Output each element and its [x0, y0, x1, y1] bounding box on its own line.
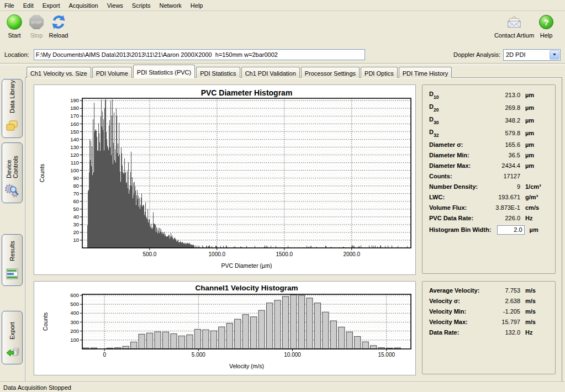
svg-text:10: 10 [73, 237, 79, 243]
svg-text:150: 150 [70, 129, 79, 135]
svg-text:60: 60 [73, 198, 79, 204]
separator [0, 63, 565, 65]
velocity-histogram-chart: 10020030040050060005.00010.00015.000Chan… [34, 281, 416, 375]
contact-artium-label: Contact Artium [494, 32, 534, 39]
stat-unit: cm/s [525, 204, 551, 211]
tab-pdi-time-history[interactable]: PDI Time History [399, 67, 452, 78]
stat-label: PVC Data Rate: [429, 215, 480, 221]
status-bar: Data Acquisition Stopped [0, 382, 565, 392]
location-input[interactable] [34, 49, 365, 60]
menu-item-file[interactable]: File [0, 1, 19, 10]
doppler-analysis-label: Doppler Analysis: [453, 51, 500, 58]
tab-pdi-volume[interactable]: PDI Volume [92, 67, 132, 78]
stat-label: D30 [429, 116, 480, 124]
menu-item-scripts[interactable]: Scripts [128, 1, 155, 10]
stat-unit: m/s [525, 298, 551, 304]
svg-text:170: 170 [70, 113, 79, 119]
help-button-label: Help [540, 32, 553, 39]
svg-text:50: 50 [73, 206, 79, 212]
stat-unit: µm [525, 117, 551, 124]
stat-row: Velocity σ:2.638m/s [423, 295, 555, 306]
svg-text:160: 160 [70, 121, 79, 127]
svg-text:5.000: 5.000 [192, 352, 205, 358]
stat-value: 7.753 [480, 287, 520, 294]
svg-text:130: 130 [70, 144, 79, 150]
menu-item-acquisition[interactable]: Acquisition [65, 1, 103, 10]
svg-text:1000.0: 1000.0 [209, 251, 226, 257]
stat-value: 15.797 [480, 319, 520, 325]
stat-row: Diameter Min:36.5µm [423, 150, 555, 160]
reload-button[interactable]: Reload [47, 11, 70, 46]
doppler-analysis-select[interactable]: 2D PDI [503, 49, 561, 61]
stat-label: D10 [429, 91, 480, 99]
svg-text:500.0: 500.0 [142, 251, 156, 257]
pvc-statistics-panel: D10213.0µmD20269.8µmD30348.2µmD32579.8µm… [422, 84, 556, 274]
pvc-diameter-histogram-chart: 1020304050607080901001101201301401501601… [34, 84, 416, 275]
stat-unit: µm [525, 130, 551, 136]
stat-value: 165.6 [480, 141, 520, 148]
stop-button[interactable]: STOP Stop [25, 11, 47, 46]
svg-text:400: 400 [70, 310, 79, 316]
stat-unit: µm [525, 92, 551, 98]
sidebar-item-data-library[interactable]: Data Library [2, 79, 23, 138]
help-button[interactable]: Help [535, 11, 557, 46]
svg-text:1500.0: 1500.0 [276, 251, 293, 257]
stat-value: 2.638 [480, 298, 520, 304]
svg-text:80: 80 [73, 183, 79, 189]
stat-label: Velocity Min: [429, 308, 480, 315]
svg-text:100: 100 [70, 167, 79, 173]
dropdown-button[interactable] [550, 50, 559, 60]
tab-pdi-statistics[interactable]: PDI Statistics [196, 67, 240, 78]
menu-item-export[interactable]: Export [38, 1, 65, 10]
stat-label: Diameter Min: [429, 152, 480, 158]
tab-ch1-velocity-vs-size[interactable]: Ch1 Velocity vs. Size [27, 67, 91, 78]
histogram-bin-width-input[interactable] [497, 225, 525, 235]
tab-processor-settings[interactable]: Processor Settings [301, 67, 360, 78]
stat-label: Diameter σ: [429, 141, 480, 148]
stat-label: D20 [429, 103, 480, 112]
sidebar-item-results[interactable]: Results [2, 234, 23, 286]
stat-row: Number Density:91/cm³ [423, 181, 555, 192]
stat-value: 269.8 [480, 104, 520, 111]
svg-text:Counts: Counts [39, 164, 45, 182]
menu-item-help[interactable]: Help [186, 1, 208, 10]
svg-text:180: 180 [70, 105, 79, 111]
menu-item-network[interactable]: Network [155, 1, 186, 10]
stat-unit: µm [525, 162, 551, 169]
stat-value: 9 [480, 183, 520, 190]
svg-text:70: 70 [73, 190, 79, 197]
stat-label: LWC: [429, 194, 480, 200]
tab-pdi-optics[interactable]: PDI Optics [361, 67, 398, 78]
chevron-down-icon [553, 54, 556, 56]
stat-row: Diameter Max:2434.4µm [423, 160, 555, 171]
contact-artium-button[interactable]: Contact Artium [493, 11, 535, 46]
svg-text:0: 0 [103, 352, 106, 358]
svg-text:300: 300 [70, 319, 79, 325]
stat-unit: m/s [525, 308, 551, 315]
stat-row: D30348.2µm [423, 114, 555, 126]
svg-text:30: 30 [73, 221, 79, 227]
location-row: Location: Doppler Analysis: 2D PDI [0, 47, 565, 62]
stat-row: Data Rate:132.0Hz [423, 327, 555, 337]
svg-text:Counts: Counts [42, 312, 49, 331]
stat-unit: µm [530, 226, 551, 233]
stat-label: Velocity σ: [429, 298, 480, 304]
stat-value: 213.0 [480, 92, 520, 98]
sidebar-item-export[interactable]: Export [2, 311, 23, 364]
sidebar-item-device-controls[interactable]: Device Controls [2, 142, 23, 203]
stat-row: PVC Data Rate:226.0Hz [423, 213, 555, 223]
menu-item-views[interactable]: Views [103, 1, 128, 10]
tab-pdi-statistics-pvc[interactable]: PDI Statistics (PVC) [133, 65, 195, 78]
reload-icon [51, 14, 66, 30]
svg-text:140: 140 [70, 136, 79, 142]
stat-row: LWC:193.671g/m³ [423, 192, 555, 202]
stat-label: Data Rate: [429, 329, 480, 336]
stat-value: -1.205 [480, 308, 520, 315]
tab-ch1-pdi-validation[interactable]: Ch1 PDI Validation [241, 67, 300, 78]
aims-application-window: { "window": { "status": "Data Acquisitio… [0, 0, 565, 392]
start-button[interactable]: Start [3, 11, 25, 46]
stat-value: 193.671 [480, 194, 520, 200]
stat-unit: Hz [525, 215, 551, 221]
stat-value: 36.5 [480, 152, 520, 158]
menu-item-edit[interactable]: Edit [19, 1, 38, 10]
